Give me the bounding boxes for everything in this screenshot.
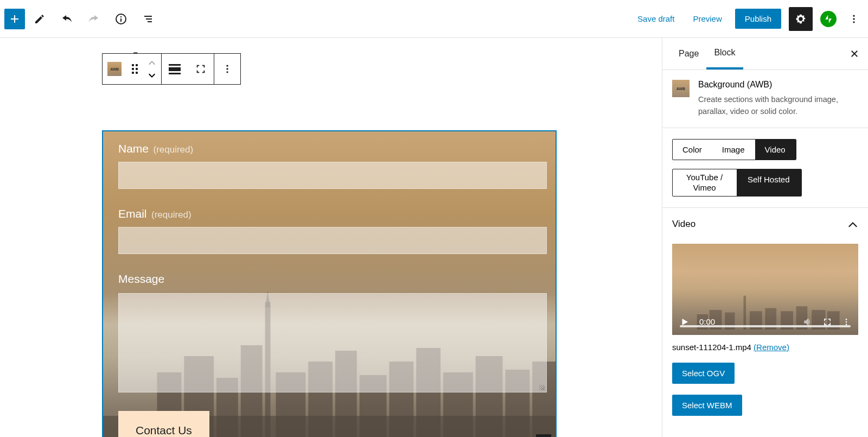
fullwidth-button[interactable]	[188, 54, 214, 84]
name-label: Name	[118, 142, 149, 155]
top-bar-left	[4, 7, 161, 31]
info-button[interactable]	[108, 7, 133, 31]
video-panel-title: Video	[672, 219, 695, 230]
top-bar-right: Save draft Preview Publish	[632, 7, 864, 31]
block-toolbar	[102, 53, 241, 85]
block-more-button[interactable]	[214, 54, 240, 84]
message-label: Message	[118, 273, 164, 285]
sidebar-tabs: Page Block	[662, 38, 868, 70]
source-youtube[interactable]: YouTube / Vimeo	[673, 169, 737, 196]
remove-video-link[interactable]: (Remove)	[754, 343, 789, 352]
block-info-description: Create sections with background image, p…	[698, 94, 858, 118]
bg-type-group: Color Image Video	[672, 139, 796, 160]
list-view-button[interactable]	[136, 7, 161, 31]
more-options-button[interactable]	[844, 9, 864, 29]
svg-point-4	[853, 18, 854, 20]
chevron-up-icon[interactable]	[847, 221, 858, 227]
email-input[interactable]	[118, 227, 547, 254]
video-panel: 0:00 sunset-111204-1.mp4 (Remove)	[662, 234, 868, 426]
svg-point-37	[846, 321, 847, 322]
bg-type-image[interactable]: Image	[712, 140, 755, 160]
name-required: (required)	[153, 144, 193, 155]
svg-point-36	[846, 319, 847, 320]
bg-type-video[interactable]: Video	[755, 140, 796, 160]
svg-point-5	[853, 21, 854, 23]
save-draft-button[interactable]: Save draft	[632, 10, 680, 28]
editor-canvas: About Page	[0, 38, 662, 437]
close-sidebar-button[interactable]	[850, 49, 859, 59]
add-block-button[interactable]	[4, 9, 25, 29]
name-input[interactable]	[118, 162, 547, 189]
jetpack-button[interactable]	[820, 11, 837, 27]
add-inner-block-button[interactable]: +	[536, 434, 551, 437]
select-webm-button[interactable]: Select WEBM	[672, 395, 742, 416]
bg-type-color[interactable]: Color	[673, 140, 712, 160]
video-panel-header[interactable]: Video	[662, 208, 868, 234]
svg-point-7	[226, 68, 228, 69]
drag-handle[interactable]	[126, 54, 143, 84]
message-textarea[interactable]	[118, 293, 547, 392]
undo-button[interactable]	[54, 7, 79, 31]
tab-page[interactable]: Page	[671, 38, 706, 69]
svg-point-3	[853, 15, 854, 16]
video-progress[interactable]	[680, 325, 851, 327]
block-info-icon	[672, 80, 690, 97]
align-button[interactable]	[162, 54, 188, 84]
editor-top-bar: Save draft Preview Publish	[0, 0, 868, 38]
block-info-title: Background (AWB)	[698, 80, 858, 90]
awb-background-block[interactable]: Name (required) Email (required) Message…	[102, 130, 557, 437]
svg-rect-2	[120, 18, 122, 22]
move-up-button[interactable]	[143, 56, 161, 69]
video-filename: sunset-111204-1.mp4	[672, 343, 751, 352]
video-source-group: YouTube / Vimeo Self Hosted	[672, 169, 802, 197]
main-area: About Page	[0, 38, 868, 437]
preview-button[interactable]: Preview	[687, 10, 727, 28]
source-self-hosted[interactable]: Self Hosted	[737, 169, 801, 196]
edit-tool-button[interactable]	[27, 7, 52, 31]
contact-form: Name (required) Email (required) Message…	[103, 131, 556, 437]
email-required: (required)	[151, 210, 192, 220]
video-preview[interactable]: 0:00	[672, 244, 858, 335]
svg-point-1	[120, 16, 122, 17]
settings-sidebar: Page Block Background (AWB) Create secti…	[662, 38, 868, 437]
redo-button[interactable]	[81, 7, 106, 31]
select-ogv-button[interactable]: Select OGV	[672, 363, 735, 384]
block-type-icon[interactable]	[103, 54, 126, 84]
tab-block[interactable]: Block	[706, 38, 743, 69]
bg-type-panel: Color Image Video YouTube / Vimeo Self H…	[662, 128, 868, 208]
block-info-panel: Background (AWB) Create sections with ba…	[662, 70, 868, 128]
svg-point-8	[226, 71, 228, 73]
submit-button[interactable]: Contact Us	[118, 411, 209, 437]
video-filename-row: sunset-111204-1.mp4 (Remove)	[672, 343, 858, 352]
move-down-button[interactable]	[143, 69, 161, 82]
settings-button[interactable]	[789, 7, 813, 31]
svg-point-6	[226, 65, 228, 67]
video-controls: 0:00	[672, 309, 858, 335]
email-label: Email	[118, 207, 147, 220]
publish-button[interactable]: Publish	[735, 9, 781, 29]
